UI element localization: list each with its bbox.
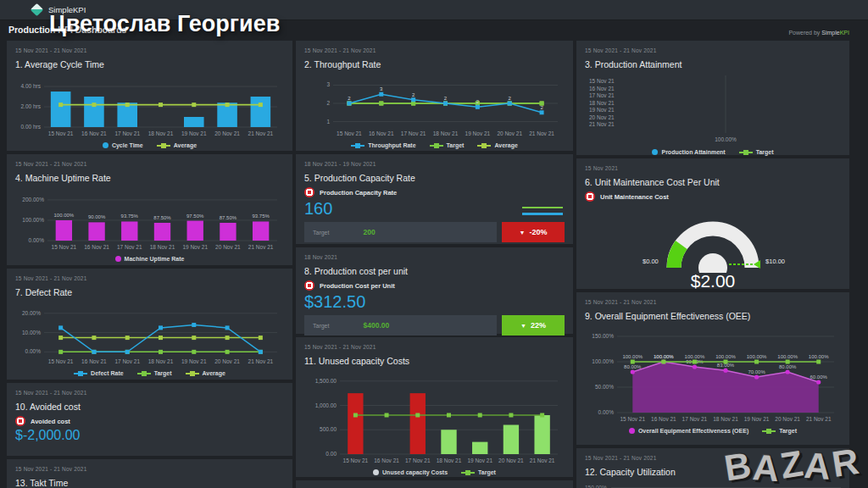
metric-row: Avoided cost [15,416,284,426]
legend-item[interactable]: Production Attainment [652,149,725,155]
metric-row: Production Cost per Unit [304,280,565,291]
legend-swatch [430,145,443,147]
user-name-watermark: Цветослав Георгиев [49,11,280,37]
legend-item[interactable]: Defect Rate [74,370,124,376]
panel-production-attainment: 15 Nov 2021 - 21 Nov 2021 3. Production … [576,41,849,155]
bazar-watermark: BAZAR [725,442,862,488]
oee-chart[interactable]: 150.00%100.00%50.00%0.00%15 Nov 2116 Nov… [585,325,841,424]
arrow-down-icon: ▼ [520,230,526,236]
legend-item[interactable]: Unused capacity Costs [373,469,448,475]
svg-text:16 Nov 21: 16 Nov 21 [84,244,109,250]
legend-label: Average [174,142,197,148]
legend-item[interactable]: Average [157,142,197,148]
svg-text:2: 2 [509,96,512,101]
svg-text:15 Nov 21: 15 Nov 21 [337,130,362,136]
legend-item[interactable]: Target [739,149,774,155]
legend-swatch [461,472,475,474]
panel-defect-rate: 15 Nov 2021 - 21 Nov 2021 7. Defect Rate… [7,269,292,380]
unused-capacity-chart[interactable]: 1,500.001,000.00500.000.0015 Nov 2116 No… [304,370,565,465]
svg-text:2: 2 [348,96,351,101]
throughput-chart[interactable]: 32115 Nov 2116 Nov 2117 Nov 2118 Nov 211… [304,74,565,138]
panel-date-range: 15 Nov 2021 - 21 Nov 2021 [15,466,284,472]
svg-text:100.00%: 100.00% [622,354,643,359]
legend-item[interactable]: Overall Equipment Effectiveness (OEE) [629,428,748,434]
legend-item[interactable]: Average [477,142,517,148]
legend-item[interactable]: Target [461,469,496,475]
svg-text:17 Nov 21: 17 Nov 21 [114,130,140,136]
svg-text:70.00%: 70.00% [748,369,765,374]
legend-swatch [186,373,199,374]
svg-text:18 Nov 21: 18 Nov 21 [148,358,174,364]
legend-item[interactable]: Machine Uptime Rate [115,256,185,262]
svg-text:100.00%: 100.00% [715,354,736,359]
panel-unit-maintenance-cost: 15 Nov 2021 6. Unit Maintenance Cost Per… [576,158,849,289]
kpi-target-icon [304,280,314,291]
legend-item[interactable]: Average [186,370,225,376]
panel-title: 2. Throughput Rate [304,59,565,69]
panel-avoided-cost: 15 Nov 2021 - 21 Nov 2021 10. Avoided co… [7,383,292,456]
svg-text:93.75%: 93.75% [252,214,270,219]
svg-text:0.00 hrs: 0.00 hrs [21,124,42,130]
axis-tick-label: 150.00% [585,485,607,488]
cycle-time-chart[interactable]: 4.00 hrs2.00 hrs0.00 hrs15 Nov 2116 Nov … [15,74,284,138]
panel-date-range: 18 Nov 2021 [304,254,565,260]
sparkline [522,207,563,215]
change-badge: ▼ 22% [502,315,565,336]
chart-legend: Defect RateTargetAverage [15,370,284,376]
svg-text:15 Nov 21: 15 Nov 21 [620,416,645,422]
svg-text:21 Nov 21: 21 Nov 21 [248,130,274,136]
machine-uptime-chart[interactable]: 200.00%100.00%0.00%15 Nov 2116 Nov 2117 … [15,187,284,252]
panel-average-cycle-time: 15 Nov 2021 - 21 Nov 2021 1. Average Cyc… [7,41,292,151]
panel-unused-capacity-costs: 15 Nov 2021 - 21 Nov 2021 11. Unused cap… [296,337,573,477]
svg-text:15 Nov 21: 15 Nov 21 [589,78,615,84]
legend-label: Unused capacity Costs [382,469,448,475]
chart-legend: Throughput RateTargetAverage [304,142,565,148]
svg-text:18 Nov 21: 18 Nov 21 [433,130,459,136]
metric-label: Avoided cost [31,418,70,425]
legend-item[interactable]: Target [762,428,797,434]
panel-date-range: 15 Nov 2021 - 21 Nov 2021 [585,299,841,305]
svg-text:20 Nov 21: 20 Nov 21 [775,416,800,422]
legend-item[interactable]: Target [430,142,465,148]
panel-date-range: 18 Nov 2021 - 19 Nov 2021 [304,161,565,167]
legend-item[interactable]: Cycle Time [103,142,143,148]
legend-swatch [629,428,635,434]
legend-item[interactable]: Throughput Rate [351,142,415,148]
svg-text:17 Nov 21: 17 Nov 21 [114,358,140,364]
panel-title: 9. Overall Equipment Effectiveness (OEE) [585,311,841,321]
metric-row: Unit Maintenance Cost [585,191,841,202]
svg-text:19 Nov 21: 19 Nov 21 [744,416,770,422]
panel-date-range: 15 Nov 2021 - 21 Nov 2021 [15,275,284,281]
svg-text:100.00%: 100.00% [54,213,75,218]
target-value: 200 [363,228,375,236]
legend-item[interactable]: Target [137,370,172,376]
svg-text:21 Nov 21: 21 Nov 21 [529,130,554,136]
chart-legend: Production AttainmentTarget [585,149,841,155]
brand-suffix: KPI [840,30,849,36]
svg-text:18 Nov 21: 18 Nov 21 [150,244,175,250]
svg-text:50.00%: 50.00% [595,384,614,390]
target-label: Target [313,323,329,329]
panel-title: 11. Unused capacity Costs [304,356,565,366]
panel-date-range: 15 Nov 2021 - 21 Nov 2021 [304,47,565,53]
metric-row: Production Capacity Rate [304,187,565,197]
defect-rate-chart[interactable]: 20.00%10.00%0.00%15 Nov 2116 Nov 2117 No… [15,302,284,366]
legend-label: Defect Rate [91,370,124,376]
svg-text:21 Nov 21: 21 Nov 21 [248,244,274,250]
svg-text:17 Nov 21: 17 Nov 21 [589,92,615,98]
maintenance-cost-gauge[interactable]: $0.00 $10.00 [641,205,785,273]
chart-legend: Cycle TimeAverage [15,142,284,148]
svg-text:18 Nov 21: 18 Nov 21 [437,458,462,463]
svg-text:2: 2 [412,92,415,97]
production-attainment-chart[interactable]: 15 Nov 2116 Nov 2117 Nov 2118 Nov 2119 N… [585,74,841,145]
panel-production-capacity-rate: 18 Nov 2021 - 19 Nov 2021 5. Production … [296,154,573,244]
kpi-value: $-2,000.00 [15,428,284,443]
svg-text:1,500.00: 1,500.00 [315,378,337,384]
svg-text:16 Nov 21: 16 Nov 21 [651,416,676,422]
target-label: Target [313,230,329,236]
svg-text:87.50%: 87.50% [153,215,171,220]
metric-label: Production Capacity Rate [320,189,397,197]
svg-text:1: 1 [326,119,330,125]
panel-title: 8. Production cost per unit [304,266,565,276]
svg-text:21 Nov 21: 21 Nov 21 [589,121,615,127]
